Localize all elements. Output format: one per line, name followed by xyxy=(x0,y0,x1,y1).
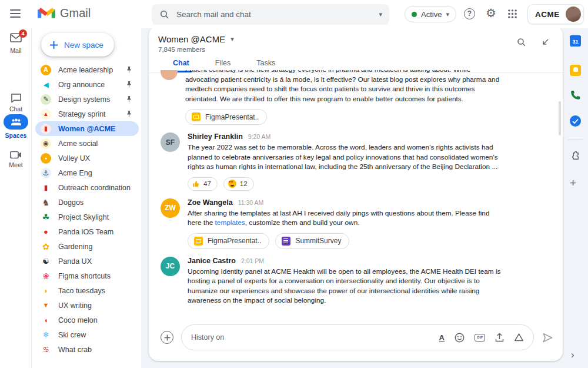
search-input[interactable] xyxy=(176,10,379,19)
space-row-strategy-sprint[interactable]: ▲ Strategy sprint xyxy=(35,107,139,121)
spaces-pill xyxy=(4,114,28,130)
space-row-panda-ux[interactable]: ☯ Panda UX xyxy=(35,254,139,268)
triangle-tool-icon: ▲ xyxy=(41,109,51,120)
spaces-people-icon xyxy=(11,118,22,126)
attachment-chip[interactable]: FigmaPresentat.. xyxy=(185,109,267,125)
user-avatar[interactable] xyxy=(566,6,581,22)
google-apps-grid-icon[interactable] xyxy=(507,9,517,19)
settings-gear-icon[interactable]: ⚙ xyxy=(486,7,496,19)
new-space-button[interactable]: New space xyxy=(41,33,114,57)
space-row-taco-tuesdays[interactable]: ◗ Taco tuesdays xyxy=(35,283,139,298)
rail-item-chat[interactable]: Chat xyxy=(0,93,32,112)
space-row-coco-melon[interactable]: ◖ Coco melon xyxy=(35,313,139,327)
avatar[interactable]: JC xyxy=(161,257,180,276)
top-bar: Gmail ▾ Active ▾ ? ⚙ ACME xyxy=(0,0,588,28)
account-chip[interactable]: ACME xyxy=(527,4,584,24)
space-row-panda-ios-team[interactable]: ● Panda iOS Team xyxy=(35,224,139,239)
tomato-icon: ● xyxy=(41,227,51,237)
gif-icon[interactable]: GIF xyxy=(475,334,485,342)
attachment-chip[interactable]: SummitSurvey xyxy=(275,233,349,249)
plus-icon xyxy=(164,334,171,341)
upload-icon[interactable] xyxy=(495,333,504,342)
message-input-pill[interactable]: A GIF xyxy=(181,324,534,350)
reaction-thumbs-up[interactable]: 47 xyxy=(188,177,218,191)
sender-name[interactable]: Janice Castro xyxy=(188,257,236,265)
pin-icon[interactable] xyxy=(125,110,133,118)
slides-file-icon xyxy=(192,112,201,121)
add-app-icon[interactable]: + xyxy=(570,177,576,190)
taco-icon: ◗ xyxy=(41,286,51,296)
space-row-acme-social[interactable]: ◉ Acme social xyxy=(35,136,139,151)
space-row-org-announce[interactable]: ◀ Org announce xyxy=(35,77,139,92)
slides-file-icon xyxy=(194,237,203,246)
collapse-icon[interactable] xyxy=(540,38,550,47)
panda-icon: ☯ xyxy=(41,256,51,267)
search-bar[interactable]: ▾ xyxy=(152,4,389,25)
space-row-ux-writing[interactable]: ▼ UX writing xyxy=(35,298,139,313)
spaces-sidebar: New space A Acme leadership ◀ Org announ… xyxy=(32,28,141,368)
avatar[interactable]: SF xyxy=(161,132,180,152)
pin-icon[interactable] xyxy=(125,81,133,88)
send-icon[interactable] xyxy=(542,332,553,343)
space-row-figma-shortcuts[interactable]: ❀ Figma shortcuts xyxy=(35,268,139,283)
reaction-heart-eyes[interactable]: ♥♥ 12 xyxy=(223,177,254,191)
sender-name[interactable]: Shirley Franklin xyxy=(188,132,243,141)
heart-eyes-icon: ♥♥ xyxy=(228,180,236,188)
format-text-icon[interactable]: A xyxy=(439,333,445,342)
space-row-gardening[interactable]: ✿ Gardening xyxy=(35,239,139,254)
search-in-space-icon[interactable] xyxy=(517,38,526,47)
calendar-icon[interactable]: 31 xyxy=(570,35,581,47)
space-row-volley-ux[interactable]: ● Volley UX xyxy=(35,151,139,165)
red-can-icon: ▮ xyxy=(41,124,51,134)
avatar[interactable] xyxy=(161,70,178,80)
space-row-doggos[interactable]: ♞ Doggos xyxy=(35,195,139,210)
drive-icon[interactable] xyxy=(514,333,524,342)
main-menu-icon[interactable] xyxy=(10,9,21,18)
message-text: The year 2022 was set to be memorable. A… xyxy=(188,142,505,172)
avatar-a-icon: A xyxy=(41,65,51,75)
space-row-outreach-coordination[interactable]: ▮ Outreach coordination xyxy=(35,180,139,195)
scrollbar[interactable] xyxy=(559,101,561,135)
space-row-design-systems[interactable]: ✎ Design systems xyxy=(35,92,139,107)
hide-panel-chevron-icon[interactable]: › xyxy=(571,349,574,361)
message-text: Upcoming Identity panel at ACME Heakth w… xyxy=(188,267,505,306)
space-row-what-crab[interactable]: ♋ What crab xyxy=(35,342,139,357)
rail-item-meet[interactable]: Meet xyxy=(0,151,32,168)
sender-name[interactable]: Zoe Wangela xyxy=(188,198,233,207)
space-row-acme-eng[interactable]: ⚓ Acme Eng xyxy=(35,165,139,180)
status-label: Active xyxy=(421,10,442,19)
clover-icon: ☘ xyxy=(41,212,51,223)
rail-item-mail[interactable]: 4 Mail xyxy=(0,33,32,54)
emoji-icon[interactable] xyxy=(455,333,465,343)
space-row-ski-crew[interactable]: ❄ Ski crew xyxy=(35,327,139,342)
tasks-icon[interactable] xyxy=(570,115,581,127)
addons-puzzle-icon[interactable] xyxy=(570,151,580,161)
pin-icon[interactable] xyxy=(125,95,133,103)
contacts-phone-icon[interactable] xyxy=(570,89,581,101)
lollipop-icon: ❀ xyxy=(41,271,51,281)
pencil-icon: ✎ xyxy=(41,94,51,105)
help-icon[interactable]: ? xyxy=(464,8,475,19)
new-space-label: New space xyxy=(64,41,103,49)
message-input[interactable] xyxy=(191,333,432,342)
space-row-project-skylight[interactable]: ☘ Project Skylight xyxy=(35,210,139,224)
keep-icon[interactable] xyxy=(570,65,581,76)
message-text: Patient centricity is the new strategy e… xyxy=(185,70,503,104)
search-icon xyxy=(160,10,169,19)
add-attachment-button[interactable] xyxy=(161,331,173,344)
attachment-chip[interactable]: FigmaPresentat.. xyxy=(188,233,269,249)
space-row-women-acme[interactable]: ▮ Women @ACME xyxy=(35,121,139,136)
status-selector[interactable]: Active ▾ xyxy=(405,6,456,22)
templates-link[interactable]: templates xyxy=(215,218,245,227)
red-can-icon: ▮ xyxy=(41,183,51,193)
avatar[interactable]: ZW xyxy=(161,198,180,218)
space-title-caret-icon: ▾ xyxy=(230,35,234,43)
space-title-menu[interactable]: Women @ACME ▾ xyxy=(158,34,553,44)
message-list[interactable]: Patient centricity is the new strategy e… xyxy=(149,70,560,314)
pin-icon[interactable] xyxy=(125,66,133,74)
rail-item-spaces[interactable]: Spaces xyxy=(0,114,32,139)
search-options-caret-icon[interactable]: ▾ xyxy=(379,11,382,18)
space-row-acme-leadership[interactable]: A Acme leadership xyxy=(35,62,139,77)
rail-label-chat: Chat xyxy=(0,105,32,112)
watermelon-icon: ◖ xyxy=(41,315,51,326)
